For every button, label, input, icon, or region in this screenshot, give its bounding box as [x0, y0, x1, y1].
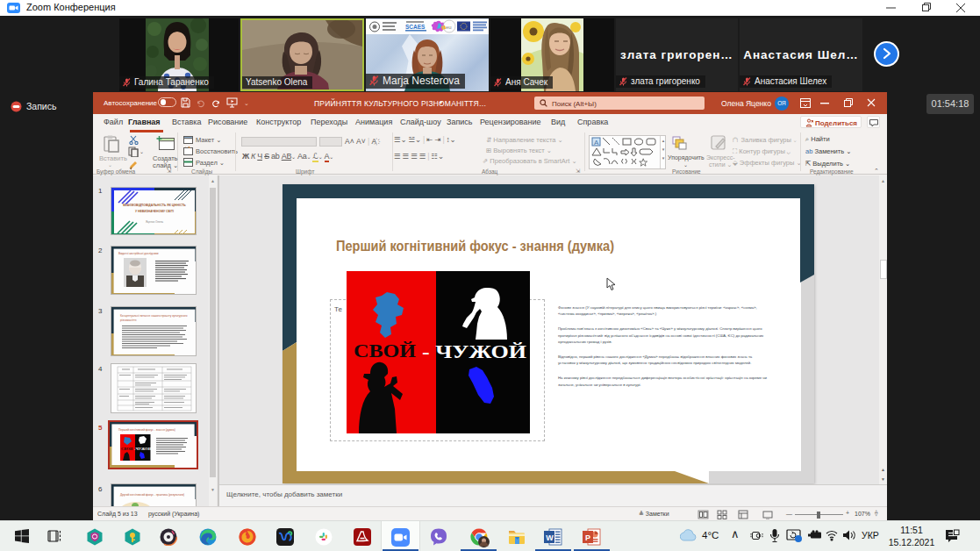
- svg-text:різноманіття: різноманіття: [120, 318, 137, 322]
- svg-text:W: W: [546, 533, 554, 542]
- svg-text:СВОЙ: СВОЙ: [121, 447, 133, 451]
- svg-text:ВЗАЄМОВІДПОВІДАЛЬНІСТЬ ЯК ЦІНН: ВЗАЄМОВІДПОВІДАЛЬНІСТЬ ЯК ЦІННІСТЬ: [123, 204, 186, 207]
- svg-text:- ЧУЖОЙ: - ЧУЖОЙ: [422, 340, 526, 362]
- svg-text:A: A: [594, 139, 599, 147]
- svg-text:Другий когнітивний фокус - пра: Другий когнітивний фокус - практика (рез…: [120, 493, 184, 497]
- svg-text:Перший когнітивний фокус - зна: Перший когнітивний фокус - знання (думка…: [118, 428, 175, 432]
- svg-text:Яценко Олена: Яценко Олена: [146, 220, 163, 224]
- svg-text:Видатні австрійські дослідники: Видатні австрійські дослідники: [118, 252, 159, 255]
- svg-text:P: P: [585, 533, 590, 542]
- svg-text:eu: eu: [446, 25, 452, 30]
- svg-text:У НЕВИЗНАЧЕНОМУ СВІТІ: У НЕВИЗНАЧЕНОМУ СВІТІ: [135, 210, 174, 213]
- svg-text:-ЧУЖОЙ: -ЧУЖОЙ: [134, 447, 152, 451]
- svg-text:СВОЙ: СВОЙ: [354, 340, 416, 361]
- svg-text:Перший когнітивний фокус - зна: Перший когнітивний фокус - знання (думка…: [336, 238, 614, 254]
- svg-text:Концептуальні питання нашого п: Концептуальні питання нашого проєкту кул…: [120, 314, 188, 318]
- svg-text:SCAES: SCAES: [405, 24, 426, 30]
